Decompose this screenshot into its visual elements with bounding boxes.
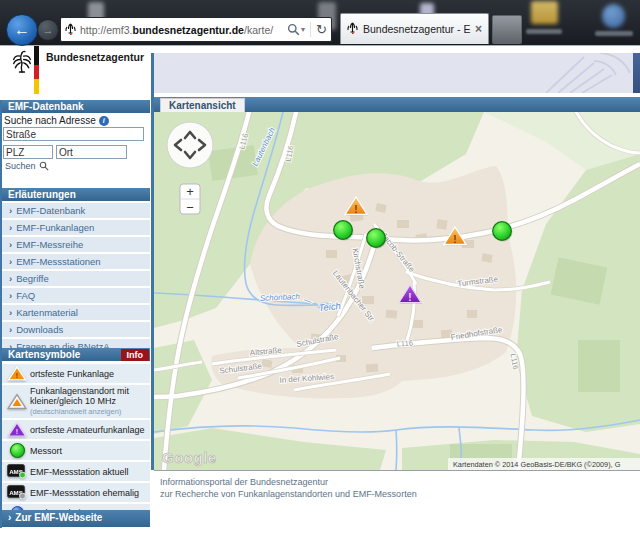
sidebar-item-faq[interactable]: ›FAQ bbox=[2, 288, 150, 303]
zur-emf-webseite-button[interactable]: ›Zur EMF-Webseite bbox=[2, 510, 150, 527]
ort-input[interactable] bbox=[56, 145, 127, 159]
legend-label: Funkanlagenstandort mit kleiner/gleich 1… bbox=[30, 386, 129, 406]
sidebar-item-label: EMF-Messreihe bbox=[16, 239, 83, 250]
sidebar-item-kartenmaterial[interactable]: ›Kartenmaterial bbox=[2, 305, 150, 320]
tab-close-icon[interactable]: × bbox=[475, 22, 482, 36]
sidebar-item-label: FAQ bbox=[16, 290, 35, 301]
chevron-right-icon: › bbox=[9, 307, 12, 318]
suchen-button[interactable]: Suchen bbox=[5, 161, 49, 171]
desktop-icon-globe bbox=[602, 4, 625, 28]
sidebar-item-emf-funkanlagen[interactable]: ›EMF-Funkanlagen bbox=[2, 220, 150, 235]
browser-toolbar: ← → http://emf3.bundesnetzagentur.de/kar… bbox=[0, 0, 640, 46]
google-logo: Google bbox=[162, 449, 217, 466]
desktop-icon-label bbox=[526, 29, 562, 34]
messort-icon bbox=[4, 442, 30, 459]
sidebar-header-kartensymbole: Kartensymbole Info bbox=[2, 348, 150, 361]
legend-item-ams-aktuell: AMSEMF-Messstation aktuell bbox=[2, 462, 150, 481]
svg-text:!: ! bbox=[16, 427, 18, 436]
ams-aktuell-icon: AMS bbox=[4, 464, 30, 479]
funkanlage-icon: ! bbox=[4, 365, 30, 382]
sidebar-nav: ›EMF-Datenbank›EMF-Funkanlagen›EMF-Messr… bbox=[2, 203, 150, 356]
forward-button[interactable]: → bbox=[37, 19, 59, 41]
browser-tab[interactable]: Bundesnetzagentur - EMF-... × bbox=[340, 13, 489, 44]
sidebar-item-label: EMF-Messstationen bbox=[16, 256, 100, 267]
map-zoom-control: + − bbox=[180, 184, 200, 215]
legend-label: EMF-Messstation aktuell bbox=[30, 467, 129, 477]
chevron-right-icon: › bbox=[9, 239, 12, 250]
search-icon[interactable] bbox=[287, 23, 300, 36]
tab-favicon bbox=[347, 20, 358, 38]
legend-item-ams-ehemalig: AMSEMF-Messstation ehemalig bbox=[2, 483, 150, 502]
brand-name: Bundesnetzagentur bbox=[46, 51, 144, 63]
chevron-right-icon: › bbox=[9, 205, 12, 216]
sidebar-item-label: Begriffe bbox=[16, 273, 49, 284]
legend-label: ortsfeste Amateurfunkanlage bbox=[30, 425, 145, 435]
header-banner bbox=[154, 53, 640, 93]
amateurfunk-icon: ! bbox=[4, 421, 30, 438]
search-section-label: Suche nach Adresse i bbox=[4, 115, 109, 126]
map-marker-messort[interactable] bbox=[334, 221, 354, 241]
map-marker-messort[interactable] bbox=[493, 222, 513, 242]
sidebar-item-downloads[interactable]: ›Downloads bbox=[2, 322, 150, 337]
url-text: http://emf3.bundesnetzagentur.de/karte/ bbox=[80, 24, 285, 36]
map-pan-control[interactable] bbox=[167, 122, 213, 168]
content-tab-bar: Kartenansicht bbox=[154, 97, 640, 112]
banner-photo-edge bbox=[633, 53, 640, 93]
strasse-input[interactable] bbox=[3, 127, 144, 141]
legend-item-funkanlage: !ortsfeste Funkanlage bbox=[2, 364, 150, 383]
sidebar-item-emf-messstationen[interactable]: ›EMF-Messstationen bbox=[2, 254, 150, 269]
footer-line-2: zur Recherche von Funkanlagenstandorten … bbox=[160, 489, 417, 499]
sidebar-item-emf-messreihe[interactable]: ›EMF-Messreihe bbox=[2, 237, 150, 252]
footer-line-1: Informationsportal der Bundesnetzagentur bbox=[160, 477, 328, 487]
back-button[interactable]: ← bbox=[6, 14, 38, 46]
map-container: ! ! bbox=[154, 112, 640, 471]
legend-item-funkanlage-10mhz: Funkanlagenstandort mit kleiner/gleich 1… bbox=[2, 385, 150, 418]
dropdown-icon[interactable]: ▾ bbox=[301, 25, 305, 34]
page-content: Bundesnetzagentur Kartenansicht bbox=[0, 46, 640, 534]
sidebar-item-label: EMF-Funkanlagen bbox=[16, 222, 94, 233]
desktop-icon-folder bbox=[531, 1, 558, 24]
chevron-right-icon: › bbox=[9, 290, 12, 301]
federal-eagle-logo bbox=[12, 48, 32, 80]
zoom-out-button[interactable]: − bbox=[186, 200, 194, 215]
chevron-right-icon: › bbox=[9, 324, 12, 335]
sidebar-header-emf-datenbank: EMF-Datenbank bbox=[2, 100, 150, 113]
legend-label: EMF-Messstation ehemalig bbox=[30, 488, 139, 498]
legend-label: Messort bbox=[30, 446, 62, 456]
flag-stripe bbox=[34, 46, 39, 94]
sidebar-item-begriffe[interactable]: ›Begriffe bbox=[2, 271, 150, 286]
sidebar-item-label: Downloads bbox=[16, 324, 63, 335]
map-marker-messort[interactable] bbox=[367, 229, 387, 249]
sidebar-item-label: Kartenmaterial bbox=[16, 307, 78, 318]
new-tab-button[interactable] bbox=[492, 15, 522, 44]
legend-sublink[interactable]: (deutschlandweit anzeigen) bbox=[30, 407, 148, 417]
funkanlage-10mhz-icon bbox=[4, 393, 30, 410]
sidebar-item-emf-datenbank[interactable]: ›EMF-Datenbank bbox=[2, 203, 150, 218]
info-badge[interactable]: Info bbox=[121, 349, 150, 361]
map-legend: !ortsfeste FunkanlageFunkanlagenstandort… bbox=[2, 364, 150, 523]
map[interactable]: ! ! bbox=[154, 112, 640, 470]
chevron-right-icon: › bbox=[9, 256, 12, 267]
browser-window: ← → http://emf3.bundesnetzagentur.de/kar… bbox=[0, 0, 640, 534]
refresh-icon[interactable]: ↻ bbox=[310, 22, 327, 37]
info-icon[interactable]: i bbox=[99, 116, 109, 126]
tab-title: Bundesnetzagentur - EMF-... bbox=[363, 23, 471, 35]
legend-item-amateurfunk: !ortsfeste Amateurfunkanlage bbox=[2, 420, 150, 439]
map-label: Teich bbox=[318, 300, 341, 313]
search-icon bbox=[39, 161, 49, 171]
legend-item-messort: Messort bbox=[2, 441, 150, 460]
legend-label: ortsfeste Funkanlage bbox=[30, 369, 114, 379]
banner-graphic bbox=[154, 53, 640, 93]
address-bar[interactable]: http://emf3.bundesnetzagentur.de/karte/ … bbox=[60, 17, 332, 42]
map-terrain bbox=[154, 112, 640, 470]
chevron-right-icon: › bbox=[8, 512, 11, 523]
plz-input[interactable] bbox=[3, 145, 53, 159]
zoom-in-button[interactable]: + bbox=[186, 184, 194, 199]
map-label: L116 bbox=[396, 338, 413, 348]
desktop-icon-label bbox=[595, 31, 633, 36]
svg-text:!: ! bbox=[16, 371, 18, 380]
map-attribution: Kartendaten © 2014 GeoBasis-DE/BKG (©200… bbox=[453, 460, 621, 469]
chevron-right-icon: › bbox=[9, 273, 12, 284]
sidebar-item-label: EMF-Datenbank bbox=[16, 205, 85, 216]
chevron-right-icon: › bbox=[9, 222, 12, 233]
